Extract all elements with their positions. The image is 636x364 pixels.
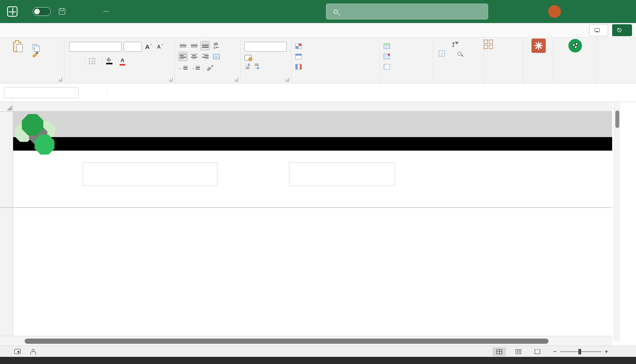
align-center-button[interactable] — [189, 52, 199, 61]
alignment-dialog-launcher[interactable] — [235, 78, 238, 81]
increase-decimal-button[interactable]: ←0.00 — [244, 63, 250, 70]
horizontal-scroll-thumb[interactable] — [25, 339, 549, 344]
number-format-select[interactable] — [244, 42, 287, 52]
fill-button[interactable]: ↓ — [439, 50, 445, 56]
paste-button[interactable] — [7, 41, 29, 54]
align-bottom-button[interactable] — [200, 41, 210, 50]
excel-app-icon[interactable] — [7, 6, 17, 17]
copy-icon[interactable] — [33, 44, 37, 49]
comment-icon — [595, 28, 600, 32]
zoom-in-button[interactable]: + — [605, 348, 608, 355]
page-break-view-button[interactable] — [531, 347, 544, 356]
save-icon[interactable] — [59, 8, 65, 15]
decrease-decimal-button[interactable]: .00→0 — [254, 63, 259, 70]
increase-font-size-button[interactable]: A˄ — [144, 42, 153, 52]
search-input[interactable] — [326, 4, 488, 19]
wrap-text-button[interactable]: abc↩ — [211, 41, 221, 50]
borders-icon[interactable] — [89, 58, 95, 64]
cell-styles-button[interactable] — [291, 62, 379, 72]
accessibility-icon — [30, 349, 35, 354]
row-headers — [0, 112, 13, 336]
share-icon: ⎋ — [617, 27, 621, 33]
horizontal-scrollbar[interactable] — [0, 336, 612, 346]
title-bar — [0, 0, 636, 23]
page-layout-icon — [516, 349, 521, 354]
month-value-cell[interactable] — [83, 162, 217, 186]
insert-cells-icon — [384, 43, 390, 49]
quick-access-menu-icon[interactable] — [103, 11, 109, 12]
cell-styles-icon — [295, 64, 302, 70]
macro-record-icon[interactable] — [14, 349, 21, 354]
zoom-slider[interactable] — [560, 351, 601, 352]
number-group: ←0.00 .00→0 — [240, 38, 291, 83]
month-label — [25, 159, 81, 183]
addins-button[interactable] — [484, 39, 523, 51]
clipboard-dialog-launcher[interactable] — [58, 78, 62, 81]
normal-view-button[interactable] — [493, 347, 506, 356]
search-icon — [334, 10, 338, 14]
comments-button[interactable] — [589, 24, 608, 36]
sheets-tech-logo — [13, 112, 63, 151]
format-cells-button[interactable] — [380, 62, 433, 72]
merge-center-button[interactable]: ↔ — [211, 52, 221, 61]
number-dialog-launcher[interactable] — [285, 78, 289, 81]
wrap-text-icon: abc↩ — [213, 42, 219, 49]
zoom-out-button[interactable]: − — [553, 348, 556, 355]
numerous-group — [554, 38, 597, 83]
sheet-canvas[interactable] — [13, 112, 612, 336]
font-group: A˄ A˅ A — [64, 38, 175, 83]
select-all-corner[interactable] — [0, 102, 13, 112]
font-name-select[interactable] — [69, 42, 122, 52]
row-boundary-line — [0, 207, 612, 208]
ribbon-spacer — [597, 38, 636, 83]
align-top-button[interactable] — [178, 41, 188, 50]
decrease-indent-button[interactable]: ← — [178, 63, 188, 72]
insert-cells-button[interactable] — [380, 41, 433, 51]
orientation-button[interactable]: ab↗ — [206, 63, 215, 72]
font-size-select[interactable] — [124, 42, 142, 52]
vertical-scroll-thumb[interactable] — [615, 110, 619, 128]
format-painter-icon[interactable] — [33, 52, 38, 57]
close-button[interactable] — [606, 0, 624, 23]
fill-color-icon[interactable] — [106, 58, 112, 64]
align-middle-button[interactable] — [189, 41, 199, 50]
font-color-icon[interactable]: A — [120, 56, 125, 66]
conditional-formatting-button[interactable] — [291, 41, 379, 51]
document-title[interactable] — [125, 8, 125, 15]
sheet-menu-band — [13, 112, 612, 137]
find-select-button[interactable] — [458, 52, 461, 56]
column-headers — [13, 102, 612, 112]
numerous-button[interactable] — [554, 39, 596, 54]
excel-window: ⎋ — [0, 0, 636, 364]
tab-row-right: ⎋ — [589, 24, 632, 36]
delete-cells-button[interactable] — [380, 51, 433, 62]
normal-view-icon — [496, 349, 502, 354]
cells-group — [380, 38, 433, 83]
name-box[interactable] — [4, 87, 79, 98]
accounting-format-icon[interactable] — [244, 55, 252, 60]
autosave-toggle[interactable] — [33, 7, 51, 16]
type-value-cell[interactable] — [289, 162, 395, 186]
claude-icon — [531, 39, 546, 53]
font-dialog-launcher[interactable] — [169, 78, 173, 81]
minimize-button[interactable] — [569, 0, 588, 23]
status-bar: − + — [0, 346, 636, 357]
vertical-scrollbar[interactable] — [614, 103, 620, 341]
open-claude-button[interactable] — [524, 39, 553, 54]
share-button[interactable]: ⎋ — [612, 24, 632, 36]
avatar[interactable] — [548, 5, 561, 18]
zoom-slider-thumb[interactable] — [578, 349, 581, 354]
decrease-font-size-button[interactable]: A˅ — [155, 42, 165, 52]
maximize-button[interactable] — [588, 0, 606, 23]
format-cells-icon — [384, 64, 390, 70]
align-left-button[interactable] — [178, 52, 188, 61]
conditional-formatting-icon — [295, 43, 302, 49]
toggle-knob — [34, 9, 40, 14]
ribbon: A˄ A˅ A — [0, 38, 636, 83]
format-as-table-button[interactable] — [291, 51, 379, 62]
align-right-button[interactable] — [200, 52, 210, 61]
sort-filter-button[interactable]: AZ — [452, 42, 459, 47]
formula-input[interactable] — [107, 87, 632, 98]
page-layout-view-button[interactable] — [512, 347, 525, 356]
increase-indent-button[interactable]: → — [190, 63, 200, 72]
